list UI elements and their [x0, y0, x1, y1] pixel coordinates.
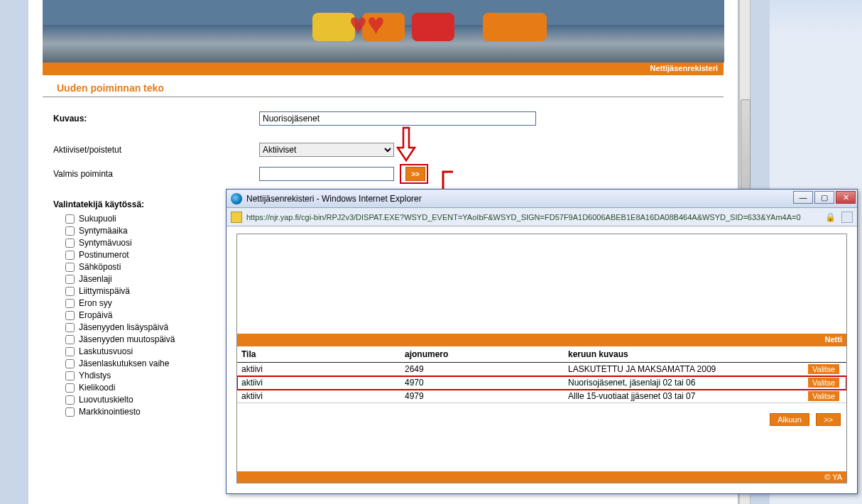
valinta-checkbox[interactable] — [65, 395, 75, 405]
col-ajonumero: ajonumero — [400, 346, 564, 363]
ie-copyright: © YA — [237, 471, 846, 483]
valinta-label: Eropäivä — [79, 310, 112, 320]
valinta-checkbox[interactable] — [65, 239, 75, 248]
valinta-checkbox[interactable] — [65, 299, 75, 308]
valinta-label: Jäsenlaji — [79, 274, 112, 284]
hearts-icon: ♥♥ — [349, 7, 385, 41]
table-row: aktiivi4979Allle 15-vuotiaat jjäsenet 03… — [237, 390, 846, 403]
go-highlight-box: >> — [400, 164, 428, 184]
valinta-label: Sukupuoli — [79, 214, 116, 224]
valinta-checkbox[interactable] — [65, 347, 75, 356]
kuvaus-label: Kuvaus: — [53, 114, 259, 124]
table-row: aktiivi2649LASKUTETTU JA MAKSAMATTA 2009… — [237, 363, 846, 376]
valitse-button[interactable]: Valitse — [808, 364, 839, 374]
cell-tila: aktiivi — [237, 390, 400, 403]
valinta-checkbox[interactable] — [65, 275, 75, 284]
cell-kuvaus: Allle 15-vuotiaat jjäsenet 03 tai 07 — [564, 390, 804, 403]
ie-icon — [231, 193, 242, 204]
cell-tila: aktiivi — [237, 363, 400, 376]
aktiiviset-label: Aktiiviset/poistetut — [53, 145, 259, 155]
valinta-label: Laskutusvuosi — [79, 346, 133, 356]
valinta-checkbox[interactable] — [65, 323, 75, 332]
ie-footer-buttons: Alkuun >> — [237, 403, 846, 430]
valinta-checkbox[interactable] — [65, 214, 75, 224]
hero-item — [312, 13, 355, 41]
valinta-label: Liittymispäivä — [79, 286, 130, 296]
alkuun-button[interactable]: Alkuun — [770, 413, 809, 426]
valinta-checkbox[interactable] — [65, 311, 75, 320]
valinta-label: Luovutuskielto — [79, 395, 133, 405]
close-button[interactable]: ✕ — [836, 191, 856, 204]
cell-kuvaus: LASKUTETTU JA MAKSAMATTA 2009 — [564, 363, 804, 376]
valinta-label: Jäsenyyden muutospäivä — [79, 334, 175, 344]
minimize-button[interactable]: — — [793, 191, 813, 204]
page-title: Uuden poiminnan teko — [43, 75, 724, 97]
valinta-label: Eron syy — [79, 298, 112, 308]
valmis-input[interactable] — [259, 167, 394, 181]
col-tila: Tila — [237, 346, 400, 363]
hero-item — [483, 13, 547, 41]
row-aktiiviset: Aktiiviset/poistetut Aktiiviset — [53, 143, 724, 157]
valinta-checkbox[interactable] — [65, 383, 75, 393]
valmis-label: Valmis poiminta — [53, 169, 259, 179]
aktiiviset-select[interactable]: Aktiiviset — [259, 143, 394, 157]
ie-titlebar[interactable]: Nettijäsenrekisteri - Windows Internet E… — [227, 190, 857, 208]
hero-banner: ♥♥ — [43, 0, 724, 62]
valinta-label: Yhdistys — [79, 371, 111, 380]
hero-orange-bar: Nettijäsenrekisteri — [43, 62, 724, 75]
favicon-icon — [231, 212, 242, 223]
arrow-icon — [396, 126, 418, 162]
valitse-button[interactable]: Valitse — [808, 391, 839, 401]
valinta-label: Jäsenyyden lisäyspäivä — [79, 322, 168, 332]
cell-ajonumero: 4979 — [400, 390, 564, 403]
lock-icon: 🔒 — [825, 212, 836, 222]
row-valmis: Valmis poiminta >> — [53, 164, 724, 184]
valinta-label: Syntymävuosi — [79, 238, 132, 248]
valinta-checkbox[interactable] — [65, 407, 75, 417]
row-kuvaus: Kuvaus: — [53, 111, 724, 126]
valinta-checkbox[interactable] — [65, 263, 75, 272]
cell-ajonumero: 2649 — [400, 363, 564, 376]
cell-kuvaus: Nuorisojäsenet, jäsenlaji 02 tai 06 — [564, 376, 804, 390]
next-page-button[interactable]: >> — [816, 413, 841, 426]
cell-tila: aktiivi — [237, 376, 400, 390]
valinta-checkbox[interactable] — [65, 226, 75, 236]
valinta-label: Markkinointiesto — [79, 407, 141, 417]
ie-address-bar[interactable]: https://njr.yap.fi/cgi-bin/RPJ2v3/DISPAT… — [227, 208, 857, 226]
maximize-button[interactable]: ▢ — [814, 191, 834, 204]
valinta-label: Kielikoodi — [79, 383, 115, 393]
ie-content: Netti Tila ajonumero keruun kuvaus aktii… — [236, 234, 847, 483]
ie-window: Nettijäsenrekisteri - Windows Internet E… — [226, 189, 858, 494]
col-kuvaus: keruun kuvaus — [564, 346, 804, 363]
valitse-button[interactable]: Valitse — [808, 378, 839, 388]
valinta-label: Syntymäaika — [79, 226, 128, 236]
valinta-checkbox[interactable] — [65, 251, 75, 260]
kuvaus-input[interactable] — [259, 111, 536, 126]
valinta-checkbox[interactable] — [65, 335, 75, 344]
valinta-label: Jäsenlaskutuksen vaihe — [79, 358, 169, 368]
ie-title-text: Nettijäsenrekisteri - Windows Internet E… — [246, 194, 422, 204]
refresh-button[interactable] — [841, 212, 853, 223]
valinta-label: Sähköposti — [79, 262, 121, 272]
hero-item — [412, 13, 454, 41]
col-action — [804, 346, 846, 363]
results-table: Tila ajonumero keruun kuvaus aktiivi2649… — [237, 346, 846, 403]
ie-url: https://njr.yap.fi/cgi-bin/RPJ2v3/DISPAT… — [246, 213, 822, 221]
valinta-label: Postinumerot — [79, 250, 129, 260]
valinta-checkbox[interactable] — [65, 287, 75, 296]
go-button[interactable]: >> — [405, 167, 425, 181]
table-row: aktiivi4970Nuorisojäsenet, jäsenlaji 02 … — [237, 376, 846, 390]
ie-orange-bar: Netti — [237, 334, 846, 346]
valinta-checkbox[interactable] — [65, 371, 75, 380]
cell-ajonumero: 4970 — [400, 376, 564, 390]
valinta-checkbox[interactable] — [65, 359, 75, 368]
